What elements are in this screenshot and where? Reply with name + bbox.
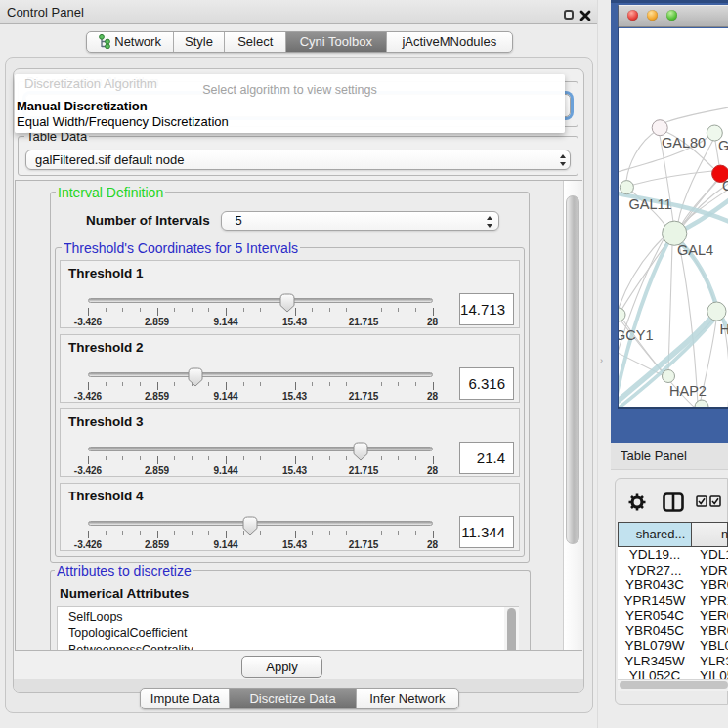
svg-text:HAP2: HAP2 — [669, 383, 707, 399]
svg-text:GAL11: GAL11 — [629, 196, 672, 212]
svg-text:GAL4: GAL4 — [677, 242, 713, 258]
svg-text:C: C — [722, 178, 728, 193]
svg-text:GCY1: GCY1 — [619, 327, 654, 343]
svg-text:H: H — [720, 321, 728, 337]
svg-text:GA: GA — [718, 138, 728, 153]
svg-text:GAL80: GAL80 — [662, 135, 706, 150]
